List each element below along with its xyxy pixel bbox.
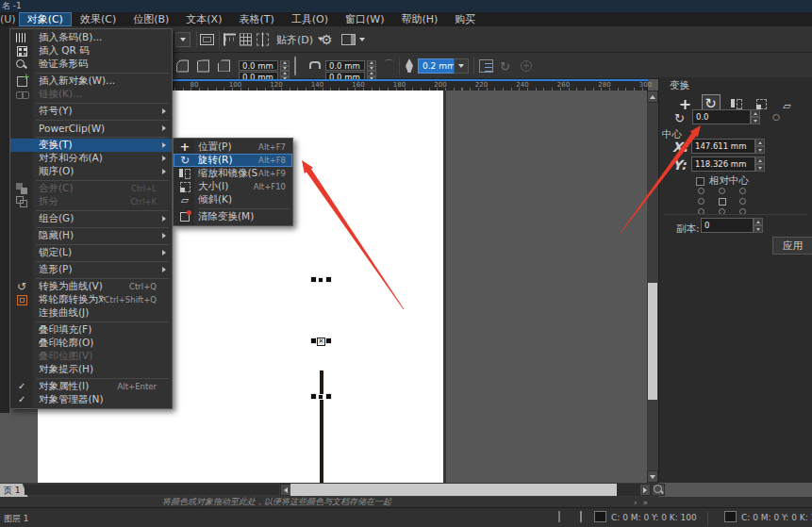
object-menu-item-7[interactable]: ✓ 变换(T)	[10, 139, 172, 152]
scroll-right-button[interactable]	[639, 484, 651, 496]
options-button[interactable]: ⚙	[321, 33, 333, 46]
menubar-item-5[interactable]: 工具(O)	[283, 12, 337, 26]
selection-handle[interactable]	[318, 394, 323, 400]
anchor-top-left[interactable]	[698, 188, 704, 194]
round-corner-button[interactable]	[176, 59, 189, 72]
fill-color-icon[interactable]	[580, 512, 582, 521]
arrow-right-icon[interactable]: ›	[634, 498, 638, 507]
selection-handle[interactable]	[310, 338, 317, 344]
transform-submenu-item-1[interactable]: ✓ 旋转(R) Alt+F8	[174, 154, 292, 167]
object-menu-item-18[interactable]: ✓ 连接曲线(J)	[10, 306, 172, 320]
object-menu-item-3[interactable]: ✓ 插入新对象(W)...	[10, 74, 172, 88]
transform-submenu-item-4[interactable]: ✓ 倾斜(K)	[174, 193, 292, 206]
object-menu-item-15[interactable]: ✓ 造形(P)	[10, 263, 172, 276]
transform-submenu-item-2[interactable]: ✓ 缩放和镜像(S) Alt+F9	[174, 167, 292, 180]
object-menu-item-6[interactable]: ✓ PowerClip(W)	[10, 122, 172, 135]
object-menu-item-11[interactable]: ✓ 拆分 Ctrl+K	[10, 195, 172, 208]
object-center-marker[interactable]: ✕	[317, 338, 325, 346]
transform-submenu-item-0[interactable]: ✓ 位置(P) Alt+F7	[174, 140, 292, 154]
document-palette[interactable]: 将颜色或对象拖动至此处，以便将这些颜色与文档存储在一起 ›»	[0, 497, 812, 507]
scalloped-corner-button[interactable]	[197, 59, 209, 72]
object-menu-item-13[interactable]: ✓ 隐藏(H)	[10, 229, 172, 242]
outline-width-dropdown[interactable]	[454, 58, 469, 74]
spin-up-icon[interactable]	[755, 156, 765, 164]
selection-handle[interactable]	[325, 393, 332, 400]
corner-radius-top-input[interactable]: 0.0 mm	[239, 60, 278, 71]
scroll-down-button[interactable]	[647, 470, 658, 483]
zoom-corner-button[interactable]	[652, 484, 665, 496]
menubar-item-2[interactable]: 位图(B)	[124, 12, 177, 26]
curve-tools-button[interactable]: ⌒	[383, 58, 395, 74]
corner-spinners[interactable]	[280, 60, 290, 81]
object-menu-item-21[interactable]: ✓ 叠印位图(V)	[10, 350, 172, 363]
menubar-item-1[interactable]: 效果(C)	[72, 12, 124, 26]
show-guidelines-button[interactable]	[257, 33, 269, 45]
menubar-item-6[interactable]: 窗口(W)	[337, 12, 392, 26]
size-spinners[interactable]	[367, 60, 376, 81]
selection-handle[interactable]	[318, 277, 323, 283]
dockers-window-button[interactable]	[341, 34, 365, 45]
show-rulers-button[interactable]	[224, 33, 236, 45]
outline-color-swatch[interactable]	[724, 511, 737, 522]
horizontal-scroll-track[interactable]	[617, 484, 639, 496]
object-menu-item-22[interactable]: ✓ 对象提示(H)	[10, 363, 172, 376]
snap-to-dropdown[interactable]: 贴齐(D)	[276, 32, 323, 46]
selection-handle[interactable]	[325, 338, 332, 344]
rotation-spinner[interactable]	[751, 109, 760, 124]
object-menu-item-2[interactable]: ✓ 验证条形码	[10, 58, 172, 71]
rotation-angle-input[interactable]: 0.0	[692, 109, 751, 124]
spin-up-icon[interactable]	[755, 139, 765, 146]
horizontal-scroll-thumb[interactable]	[290, 484, 617, 496]
object-menu-item-12[interactable]: ✓ 组合(G)	[10, 212, 172, 225]
object-menu-item-23[interactable]: ✓ 对象属性(I) Alt+Enter	[10, 380, 172, 393]
y-coordinate-input[interactable]: 118.326 mm	[691, 156, 755, 172]
arrow-end-icon[interactable]: »	[643, 498, 649, 507]
spin-down-icon[interactable]	[755, 146, 765, 154]
zoom-level-dropdown[interactable]	[175, 32, 191, 47]
horizontal-ruler[interactable]: 80100120140160180200220240260280300	[173, 79, 648, 91]
vertical-scrollbar[interactable]	[647, 91, 658, 483]
text-wrap-button[interactable]	[479, 59, 493, 73]
apply-button[interactable]: 应用	[772, 237, 812, 255]
object-menu-item-20[interactable]: ✓ 叠印轮廓(O)	[10, 337, 172, 350]
object-menu-item-1[interactable]: ✓ 插入 QR 码	[10, 44, 172, 58]
y-spinner[interactable]	[755, 156, 765, 172]
menubar-item-4[interactable]: 表格(T)	[230, 12, 282, 26]
spin-down-icon[interactable]	[751, 117, 760, 124]
copies-spinner[interactable]	[754, 218, 763, 233]
object-menu-item-10[interactable]: ✓ 合并(C) Ctrl+L	[10, 182, 172, 195]
x-spinner[interactable]	[755, 139, 765, 154]
object-menu-item-5[interactable]: ✓ 符号(Y)	[10, 105, 172, 118]
transform-submenu-item-5[interactable]: ✓ 清除变换(M)	[174, 210, 292, 223]
object-size-width-input[interactable]: 0.0 mm	[325, 60, 365, 71]
spin-down-icon[interactable]	[755, 164, 765, 172]
anchor-center[interactable]	[719, 198, 726, 206]
copies-input[interactable]: 0	[701, 218, 754, 233]
outline-pen-button[interactable]	[406, 58, 413, 73]
fill-color-swatch[interactable]	[594, 511, 606, 522]
palette-scroll-arrows[interactable]: ›»	[634, 497, 648, 507]
show-grid-button[interactable]	[240, 33, 252, 45]
menubar-item-8[interactable]: 购买	[446, 12, 484, 26]
link-corners-toggle[interactable]	[294, 57, 296, 74]
menubar-item-7[interactable]: 帮助(H)	[392, 12, 446, 26]
anchor-top-center[interactable]	[719, 188, 725, 194]
selection-handle[interactable]	[310, 393, 317, 400]
chamfered-corner-button[interactable]	[218, 59, 230, 72]
transform-submenu-item-3[interactable]: ✓ 大小(I) Alt+F10	[174, 180, 292, 193]
relative-center-checkbox[interactable]	[696, 177, 704, 186]
object-menu-item-19[interactable]: ✓ 叠印填充(F)	[10, 323, 172, 337]
menubar-item-3[interactable]: 文本(X)	[177, 12, 230, 26]
full-screen-preview-button[interactable]	[200, 34, 214, 45]
object-menu-item-0[interactable]: ✓ 插入条码(B)...	[10, 31, 172, 44]
object-menu-item-24[interactable]: ✓ 对象管理器(N)	[10, 393, 172, 406]
x-coordinate-input[interactable]: 147.611 mm	[691, 139, 755, 154]
anchor-middle-right[interactable]	[739, 198, 746, 205]
object-menu-item-4[interactable]: ✓ 链接(K)...	[10, 88, 172, 101]
selected-line-object[interactable]	[320, 371, 323, 483]
anchor-top-right[interactable]	[739, 188, 746, 194]
object-menu-item-8[interactable]: ✓ 对齐和分布(A)	[10, 152, 172, 165]
selection-handle[interactable]	[325, 276, 332, 283]
vertical-scroll-thumb[interactable]	[648, 283, 657, 400]
selection-handle[interactable]	[310, 276, 317, 283]
